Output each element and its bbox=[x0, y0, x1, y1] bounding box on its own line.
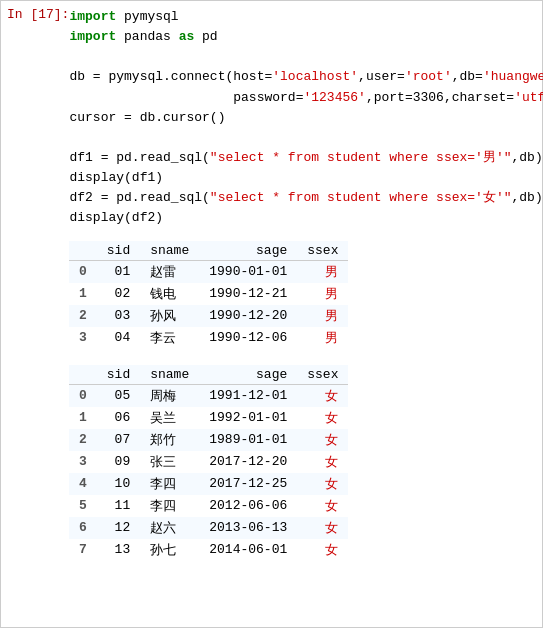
table2: sidsnamesagessex005周梅1991-12-01女106吴兰199… bbox=[69, 365, 348, 561]
table-header: ssex bbox=[297, 241, 348, 261]
cell-sage: 1990-01-01 bbox=[199, 260, 297, 283]
cell-sname: 郑竹 bbox=[140, 429, 199, 451]
cell-sage: 2012-06-06 bbox=[199, 495, 297, 517]
cell-header: In [17]: import pymysqlimport pandas as … bbox=[1, 1, 542, 237]
table-row: 410李四2017-12-25女 bbox=[69, 473, 348, 495]
cell-sid: 09 bbox=[97, 451, 140, 473]
table-header: sid bbox=[97, 241, 140, 261]
table-row: 309张三2017-12-20女 bbox=[69, 451, 348, 473]
table-row: 612赵六2013-06-13女 bbox=[69, 517, 348, 539]
cell-sid: 02 bbox=[97, 283, 140, 305]
row-index: 2 bbox=[69, 305, 97, 327]
code-line: cursor = db.cursor() bbox=[69, 108, 543, 128]
cell-sid: 01 bbox=[97, 260, 140, 283]
table-header: sname bbox=[140, 365, 199, 385]
cell-sname: 孙风 bbox=[140, 305, 199, 327]
cell-sname: 周梅 bbox=[140, 384, 199, 407]
cell-ssex: 女 bbox=[297, 495, 348, 517]
code-line: db = pymysql.connect(host='localhost',us… bbox=[69, 67, 543, 87]
notebook-cell: In [17]: import pymysqlimport pandas as … bbox=[0, 0, 543, 628]
cell-ssex: 男 bbox=[297, 260, 348, 283]
cell-sid: 13 bbox=[97, 539, 140, 561]
code-block: import pymysqlimport pandas as pd db = p… bbox=[69, 7, 543, 237]
code-line: import pandas as pd bbox=[69, 27, 543, 47]
cell-sage: 1992-01-01 bbox=[199, 407, 297, 429]
cell-sname: 李四 bbox=[140, 495, 199, 517]
cell-sage: 2017-12-25 bbox=[199, 473, 297, 495]
table-row: 203孙风1990-12-20男 bbox=[69, 305, 348, 327]
table-row: 102钱电1990-12-21男 bbox=[69, 283, 348, 305]
cell-sid: 05 bbox=[97, 384, 140, 407]
cell-sid: 10 bbox=[97, 473, 140, 495]
table-row: 511李四2012-06-06女 bbox=[69, 495, 348, 517]
row-index: 0 bbox=[69, 384, 97, 407]
code-line: password='123456',port=3306,charset='utf… bbox=[69, 88, 543, 108]
cell-label: In [17]: bbox=[1, 7, 69, 22]
cell-sname: 孙七 bbox=[140, 539, 199, 561]
cell-sage: 1990-12-21 bbox=[199, 283, 297, 305]
cell-sage: 1991-12-01 bbox=[199, 384, 297, 407]
cell-sage: 2013-06-13 bbox=[199, 517, 297, 539]
cell-sname: 赵六 bbox=[140, 517, 199, 539]
cell-ssex: 女 bbox=[297, 473, 348, 495]
row-index: 3 bbox=[69, 327, 97, 349]
code-line: display(df2) bbox=[69, 208, 543, 228]
cell-ssex: 女 bbox=[297, 451, 348, 473]
row-index: 7 bbox=[69, 539, 97, 561]
cell-sid: 03 bbox=[97, 305, 140, 327]
cell-sage: 1990-12-20 bbox=[199, 305, 297, 327]
row-index: 2 bbox=[69, 429, 97, 451]
cell-ssex: 男 bbox=[297, 283, 348, 305]
cell-ssex: 女 bbox=[297, 384, 348, 407]
cell-sid: 07 bbox=[97, 429, 140, 451]
code-line bbox=[69, 47, 543, 67]
table-row: 207郑竹1989-01-01女 bbox=[69, 429, 348, 451]
row-index: 3 bbox=[69, 451, 97, 473]
cell-ssex: 女 bbox=[297, 517, 348, 539]
row-index: 1 bbox=[69, 283, 97, 305]
table-row: 005周梅1991-12-01女 bbox=[69, 384, 348, 407]
cell-sname: 张三 bbox=[140, 451, 199, 473]
cell-sid: 04 bbox=[97, 327, 140, 349]
cell-sname: 钱电 bbox=[140, 283, 199, 305]
cell-ssex: 男 bbox=[297, 305, 348, 327]
code-line bbox=[69, 128, 543, 148]
cell-sage: 1989-01-01 bbox=[199, 429, 297, 451]
table1: sidsnamesagessex001赵雷1990-01-01男102钱电199… bbox=[69, 241, 348, 349]
cell-sage: 2017-12-20 bbox=[199, 451, 297, 473]
code-line: import pymysql bbox=[69, 7, 543, 27]
table-header: ssex bbox=[297, 365, 348, 385]
cell-sname: 李云 bbox=[140, 327, 199, 349]
table2-wrap: sidsnamesagessex005周梅1991-12-01女106吴兰199… bbox=[69, 365, 542, 561]
cell-sid: 12 bbox=[97, 517, 140, 539]
cell-sname: 赵雷 bbox=[140, 260, 199, 283]
table1-wrap: sidsnamesagessex001赵雷1990-01-01男102钱电199… bbox=[69, 241, 542, 349]
output-area: sidsnamesagessex001赵雷1990-01-01男102钱电199… bbox=[1, 237, 542, 581]
cell-sname: 李四 bbox=[140, 473, 199, 495]
cell-sid: 11 bbox=[97, 495, 140, 517]
table-corner bbox=[69, 241, 97, 261]
table-corner bbox=[69, 365, 97, 385]
cell-sid: 06 bbox=[97, 407, 140, 429]
table-header: sage bbox=[199, 365, 297, 385]
code-line: display(df1) bbox=[69, 168, 543, 188]
table-header: sid bbox=[97, 365, 140, 385]
row-index: 5 bbox=[69, 495, 97, 517]
row-index: 0 bbox=[69, 260, 97, 283]
row-index: 4 bbox=[69, 473, 97, 495]
code-line: df1 = pd.read_sql("select * from student… bbox=[69, 148, 543, 168]
row-index: 6 bbox=[69, 517, 97, 539]
table-row: 001赵雷1990-01-01男 bbox=[69, 260, 348, 283]
row-index: 1 bbox=[69, 407, 97, 429]
table-row: 304李云1990-12-06男 bbox=[69, 327, 348, 349]
cell-ssex: 女 bbox=[297, 539, 348, 561]
code-line: df2 = pd.read_sql("select * from student… bbox=[69, 188, 543, 208]
table-header: sage bbox=[199, 241, 297, 261]
cell-ssex: 女 bbox=[297, 429, 348, 451]
table-row: 713孙七2014-06-01女 bbox=[69, 539, 348, 561]
table-header: sname bbox=[140, 241, 199, 261]
cell-sname: 吴兰 bbox=[140, 407, 199, 429]
cell-sage: 1990-12-06 bbox=[199, 327, 297, 349]
cell-sage: 2014-06-01 bbox=[199, 539, 297, 561]
table-row: 106吴兰1992-01-01女 bbox=[69, 407, 348, 429]
